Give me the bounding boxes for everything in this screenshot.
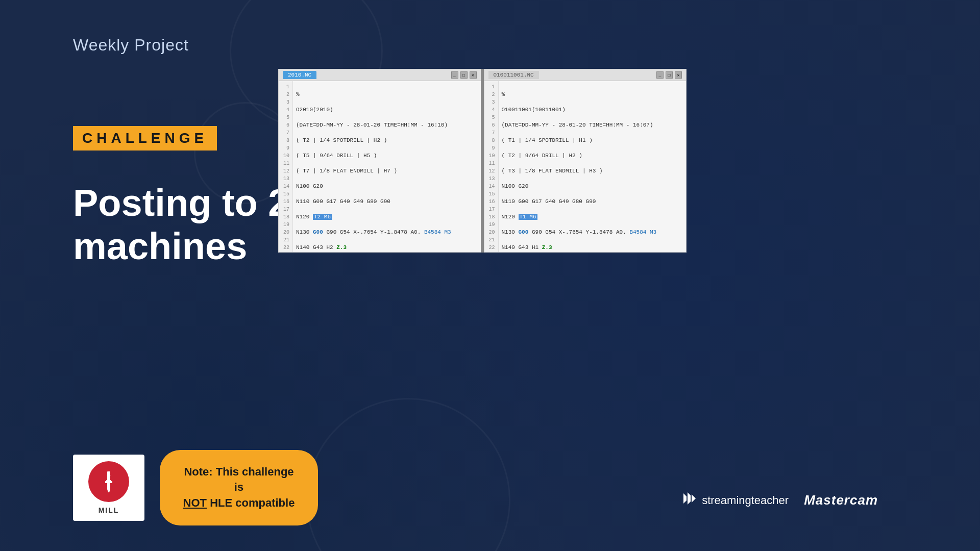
- st-icon: [681, 490, 698, 510]
- code-line-r6: ( T3 | 1/8 FLAT ENDMILL | H3 ): [502, 167, 657, 175]
- note-text: Note: This challenge is NOT HLE compatib…: [183, 464, 295, 511]
- code-content-left: % O2010(2010) (DATE=DD-MM-YY - 28-01-20 …: [293, 81, 454, 252]
- code-line-l9: N120 T2 M6: [296, 213, 451, 221]
- main-title: Posting to 2 machines: [73, 181, 289, 268]
- code-window-left: 2010.NC _ □ ✕ 12345 678910 1112131415 16…: [278, 69, 481, 253]
- note-line2: NOT: [183, 496, 207, 509]
- minimize-btn-right[interactable]: _: [656, 71, 664, 79]
- mill-label: MILL: [99, 506, 119, 514]
- code-line-l5: ( T5 | 9/64 DRILL | H5 ): [296, 152, 451, 160]
- code-line-l4: ( T2 | 1/4 SPOTDRILL | H2 ): [296, 137, 451, 144]
- maximize-btn-left[interactable]: □: [460, 71, 468, 79]
- title-line1: Posting to 2: [73, 182, 289, 224]
- left-content: Weekly Project CHALLENGE Posting to 2 ma…: [73, 36, 289, 268]
- tab-left-active[interactable]: 2010.NC: [283, 71, 316, 79]
- bottom-section: MILL Note: This challenge is NOT HLE com…: [73, 450, 318, 525]
- code-line-r5: ( T2 | 9/64 DRILL | H2 ): [502, 152, 657, 160]
- weekly-project-label: Weekly Project: [73, 36, 289, 55]
- st-text-label: streamingteacher: [702, 494, 789, 507]
- note-line3: HLE compatible: [210, 496, 295, 509]
- code-line-r7: N100 G20: [502, 183, 657, 190]
- svg-rect-2: [105, 481, 112, 483]
- mill-tool-icon: [96, 469, 121, 494]
- code-line-l7: N100 G20: [296, 183, 451, 190]
- code-line-l8: N110 G00 G17 G40 G49 G80 G90: [296, 198, 451, 206]
- code-body-left: 12345 678910 1112131415 1617181920 21222…: [279, 81, 481, 252]
- titlebar-right: O10011001.NC _ □ ✕: [484, 69, 687, 81]
- code-line-l11: N140 G43 H2 Z.3: [296, 244, 451, 252]
- streaming-teacher-logo: streamingteacher: [681, 490, 789, 510]
- code-content-right: % O10011001(10011001) (DATE=DD-MM-YY - 2…: [499, 81, 660, 252]
- code-line-r3: (DATE=DD-MM-YY - 28-01-20 TIME=HH:MM - 1…: [502, 121, 657, 129]
- editor-container: 2010.NC _ □ ✕ 12345 678910 1112131415 16…: [278, 69, 687, 253]
- code-line-l3: (DATE=DD-MM-YY - 28-01-20 TIME=HH:MM - 1…: [296, 121, 451, 129]
- code-body-right: 12345 678910 1112131415 1617181920 21222…: [484, 81, 687, 252]
- code-line-r4: ( T1 | 1/4 SPOTDRILL | H1 ): [502, 137, 657, 144]
- code-window-right: O10011001.NC _ □ ✕ 12345 678910 11121314…: [484, 69, 687, 253]
- note-bubble: Note: This challenge is NOT HLE compatib…: [160, 450, 318, 525]
- bg-decoration-3: [306, 398, 510, 551]
- code-line-r11: N140 G43 H1 Z.3: [502, 244, 657, 252]
- window-controls-left: _ □ ✕: [451, 71, 477, 79]
- mill-logo: MILL: [73, 455, 144, 521]
- code-line-r1: %: [502, 91, 657, 98]
- title-line2: machines: [73, 225, 247, 267]
- tab-right-inactive[interactable]: O10011001.NC: [488, 71, 539, 79]
- code-line-l1: %: [296, 91, 451, 98]
- line-numbers-left: 12345 678910 1112131415 1617181920 21222…: [279, 81, 293, 252]
- code-line-r9: N120 T1 M6: [502, 213, 657, 221]
- minimize-btn-left[interactable]: _: [451, 71, 458, 79]
- challenge-badge: CHALLENGE: [73, 126, 217, 151]
- svg-marker-4: [107, 489, 110, 492]
- line-numbers-right: 12345 678910 1112131415 1617181920 21222…: [484, 81, 499, 252]
- brand-logos: streamingteacher Mastercam: [681, 490, 878, 510]
- code-line-l10: N130 G00 G90 G54 X-.7654 Y-1.8478 A0. B4…: [296, 229, 451, 236]
- svg-rect-3: [107, 483, 110, 489]
- maximize-btn-right[interactable]: □: [666, 71, 673, 79]
- code-line-r2: O10011001(10011001): [502, 106, 657, 114]
- code-line-l6: ( T7 | 1/8 FLAT ENDMILL | H7 ): [296, 167, 451, 175]
- code-line-l2: O2010(2010): [296, 106, 451, 114]
- streaming-teacher-icon: [681, 490, 698, 507]
- close-btn-left[interactable]: ✕: [470, 71, 477, 79]
- code-line-r8: N110 G00 G17 G40 G49 G80 G90: [502, 198, 657, 206]
- mill-icon-circle: [88, 461, 129, 502]
- titlebar-left: 2010.NC _ □ ✕: [279, 69, 481, 81]
- code-line-r10: N130 G00 G90 G54 X-.7654 Y-1.8478 A0. B4…: [502, 229, 657, 236]
- note-line1: Note: This challenge is: [184, 465, 293, 494]
- mastercam-logo: Mastercam: [804, 492, 878, 508]
- window-controls-right: _ □ ✕: [656, 71, 682, 79]
- close-btn-right[interactable]: ✕: [675, 71, 682, 79]
- mastercam-text: Mastercam: [804, 492, 878, 508]
